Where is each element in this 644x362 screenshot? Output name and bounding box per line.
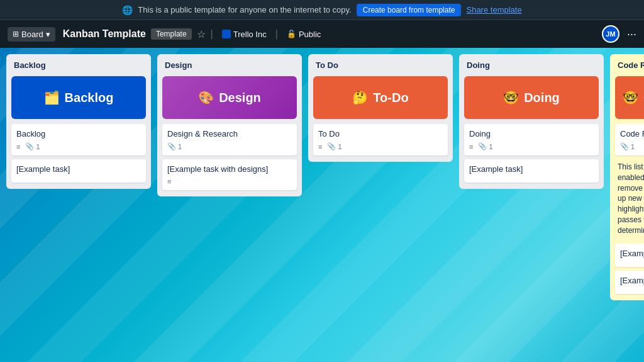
- list-header-doing: Doing: [464, 59, 599, 71]
- backlog-banner-text: Backlog: [65, 91, 114, 105]
- table-row[interactable]: [Example task]: [11, 159, 146, 183]
- code-review-emoji: 🤓: [623, 90, 638, 105]
- board-title: Kanban Template: [63, 28, 146, 40]
- attachment-count: 1: [178, 143, 182, 150]
- avatar[interactable]: JM: [602, 25, 619, 43]
- todo-emoji: 🤔: [352, 90, 368, 105]
- workspace-button[interactable]: Trello Inc: [218, 27, 270, 42]
- task-lines-icon: ≡: [318, 143, 322, 150]
- attachment-icon: 📎: [478, 142, 487, 150]
- trello-logo: [222, 30, 231, 38]
- task-attachment: 📎 1: [620, 142, 635, 150]
- task-meta: ≡ 📎 1: [469, 142, 594, 150]
- doing-banner-card: 🤓 Doing: [464, 76, 599, 119]
- task-attachment: 📎 1: [478, 142, 492, 150]
- doing-emoji: 🤓: [503, 90, 519, 105]
- lines-icon: ≡: [318, 143, 322, 150]
- table-row[interactable]: Backlog ≡ 📎 1: [11, 124, 146, 156]
- list-header-backlog: Backlog: [11, 59, 146, 71]
- share-template-link[interactable]: Share template: [466, 5, 521, 14]
- header-bar: ⊞ Board ▾ Kanban Template Template ☆ | T…: [0, 20, 644, 48]
- design-banner-text: Design: [219, 91, 261, 105]
- task-meta: ≡ 📎 1: [16, 142, 141, 150]
- task-title: Backlog: [16, 129, 141, 139]
- table-row[interactable]: Design & Research 📎 1: [162, 124, 297, 156]
- backlog-banner-card: 🗂️ Backlog: [11, 76, 146, 119]
- table-row[interactable]: [Example task]: [464, 159, 599, 183]
- visibility-button[interactable]: 🔓 Public: [283, 27, 325, 42]
- workspace-name: Trello Inc: [233, 30, 267, 39]
- task-meta: ≡: [167, 178, 292, 185]
- create-board-button[interactable]: Create board from template: [357, 4, 462, 16]
- visibility-label: Public: [299, 30, 321, 39]
- design-banner-card: 🎨 Design: [162, 76, 297, 119]
- attachment-count: 1: [338, 143, 341, 150]
- task-attachment: 📎 1: [327, 142, 341, 150]
- globe-icon: 🌐: [122, 5, 133, 15]
- task-title: [Example task: [620, 276, 644, 285]
- list-header-todo: To Do: [313, 59, 448, 71]
- attachment-icon: 📎: [327, 142, 336, 150]
- top-banner: 🌐 This is a public template for anyone o…: [0, 0, 644, 20]
- lines-icon: ≡: [167, 178, 171, 185]
- template-badge: Template: [151, 28, 192, 40]
- lock-icon: 🔓: [287, 30, 296, 38]
- code-review-description: This list has the WIP limit enabled, to …: [615, 159, 644, 239]
- list-doing: Doing 🤓 Doing Doing ≡ 📎 1 [Exampl: [459, 54, 604, 189]
- task-title: [Example task]: [469, 164, 594, 174]
- task-lines-icon: ≡: [16, 143, 20, 150]
- board-view-button[interactable]: ⊞ Board ▾: [8, 27, 55, 42]
- attachment-icon: 📎: [620, 142, 629, 150]
- list-todo: To Do 🤔 To-Do To Do ≡ 📎 1: [308, 54, 453, 162]
- task-title: Code Review: [620, 129, 644, 139]
- board-icon: ⊞: [13, 30, 19, 38]
- task-attachment: 📎 1: [167, 142, 182, 150]
- task-meta: ≡ 📎 1: [318, 142, 443, 150]
- lines-icon: ≡: [16, 143, 20, 150]
- attachment-count: 1: [631, 143, 635, 150]
- task-title: Doing: [469, 129, 594, 139]
- design-emoji: 🎨: [198, 90, 214, 105]
- list-code-review: Code Review 🤓 Co Code Review 📎 1 This li…: [610, 54, 644, 300]
- table-row[interactable]: [Example task: [615, 244, 644, 267]
- list-backlog: Backlog 🗂️ Backlog Backlog ≡ 📎 1: [6, 54, 151, 189]
- banner-message: This is a public template for anyone on …: [138, 5, 351, 14]
- task-lines-icon: ≡: [469, 143, 473, 150]
- table-row[interactable]: [Example task: [615, 271, 644, 294]
- backlog-emoji: 🗂️: [44, 90, 60, 105]
- lists-container: Backlog 🗂️ Backlog Backlog ≡ 📎 1: [0, 48, 644, 362]
- attachment-count: 1: [489, 143, 492, 150]
- task-meta: 📎 1: [620, 142, 644, 150]
- task-title: To Do: [318, 129, 443, 139]
- list-header-code-review: Code Review: [615, 59, 644, 71]
- chevron-down-icon: ▾: [46, 30, 50, 39]
- task-meta: 📎 1: [167, 142, 292, 150]
- todo-banner-text: To-Do: [373, 91, 408, 105]
- todo-banner-card: 🤔 To-Do: [313, 76, 448, 119]
- task-title: [Example task: [620, 249, 644, 258]
- lines-icon: ≡: [469, 143, 473, 150]
- table-row[interactable]: Code Review 📎 1: [615, 124, 644, 156]
- table-row[interactable]: [Example task with designs] ≡: [162, 159, 297, 190]
- separator2: |: [275, 28, 278, 40]
- table-row[interactable]: To Do ≡ 📎 1: [313, 124, 448, 156]
- code-review-banner-card: 🤓 Co: [615, 76, 644, 119]
- task-title: [Example task with designs]: [167, 164, 292, 174]
- board-label: Board: [21, 30, 43, 39]
- separator: |: [211, 28, 213, 40]
- board-background: Backlog 🗂️ Backlog Backlog ≡ 📎 1: [0, 48, 644, 362]
- attachment-icon: 📎: [167, 142, 176, 150]
- task-title: [Example task]: [16, 164, 141, 174]
- task-title: Design & Research: [167, 129, 292, 139]
- star-icon[interactable]: ☆: [197, 28, 206, 40]
- attachment-icon: 📎: [25, 142, 34, 150]
- list-header-design: Design: [162, 59, 297, 71]
- attachment-count: 1: [36, 143, 40, 150]
- list-design: Design 🎨 Design Design & Research 📎 1 [E…: [157, 54, 302, 196]
- table-row[interactable]: Doing ≡ 📎 1: [464, 124, 599, 156]
- doing-banner-text: Doing: [524, 91, 560, 105]
- task-lines-icon: ≡: [167, 178, 171, 185]
- more-options-button[interactable]: ···: [627, 28, 636, 41]
- task-attachment: 📎 1: [25, 142, 40, 150]
